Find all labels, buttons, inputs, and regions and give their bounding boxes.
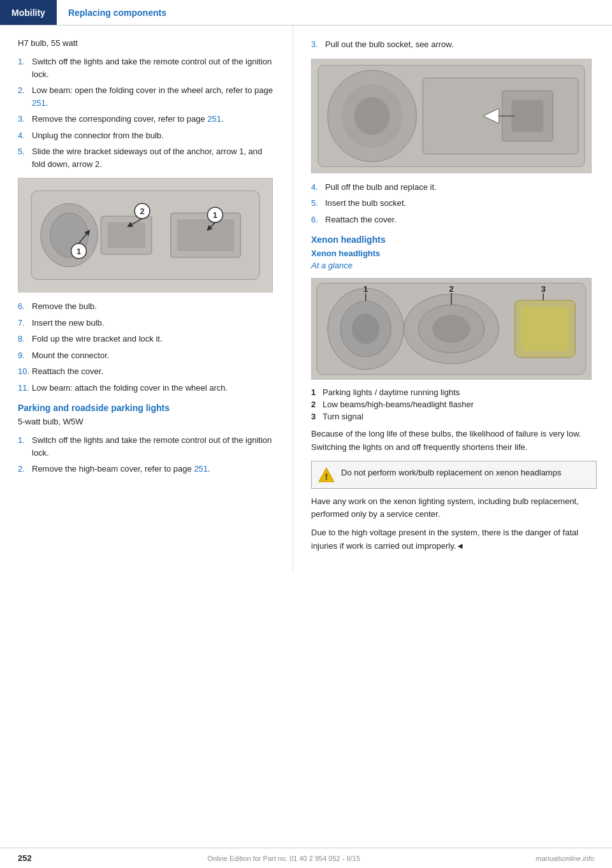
- xenon-body2: Have any work on the xenon lighting syst…: [311, 495, 597, 522]
- step-text: Pull off the bulb and replace it.: [325, 181, 597, 194]
- step-num: 5.: [18, 145, 32, 170]
- glance-text: Parking lights / daytime running lights: [323, 387, 460, 397]
- svg-rect-36: [521, 307, 569, 351]
- warning-box: ! Do not perform work/bulb replacement o…: [311, 461, 597, 489]
- bulb-socket-svg: [312, 59, 591, 173]
- svg-rect-5: [107, 222, 145, 248]
- svg-text:2: 2: [449, 284, 453, 294]
- step-num: 6.: [18, 300, 32, 313]
- footer: 252 Online Edition for Part no. 01 40 2 …: [0, 848, 612, 868]
- right-steps-top: 3. Pull out the bulb socket, see arrow.: [311, 38, 597, 51]
- step-num: 1.: [18, 434, 32, 459]
- page-link[interactable]: 251: [207, 114, 221, 124]
- list-item: 1. Switch off the lights and take the re…: [18, 434, 277, 459]
- headlight-svg-left: 1 1 2: [18, 178, 272, 293]
- step-num: 3.: [18, 113, 32, 126]
- bulb-socket-diagram: [311, 59, 592, 173]
- step-text: Mount the connector.: [32, 349, 277, 362]
- svg-rect-7: [177, 219, 235, 251]
- list-item: 7. Insert the new bulb.: [18, 317, 277, 329]
- list-item: 3. Remove the corresponding cover, refer…: [18, 113, 277, 126]
- step-num: 3.: [311, 38, 325, 51]
- page-link[interactable]: 251: [194, 464, 208, 474]
- svg-text:1: 1: [363, 284, 368, 294]
- step-text: Slide the wire bracket sideways out of t…: [32, 145, 277, 170]
- svg-text:3: 3: [541, 284, 546, 294]
- step-num: 11.: [18, 382, 32, 394]
- glance-item: 2 Low beams/high-beams/headlight flasher: [311, 400, 597, 409]
- glance-num: 3: [311, 412, 323, 421]
- glance-text: Turn signal: [323, 412, 363, 421]
- header-mobility-label: Mobility: [0, 0, 57, 25]
- svg-text:1: 1: [213, 210, 217, 220]
- step-text: Reattach the cover.: [325, 213, 597, 226]
- step-text: Low beam: attach the folding cover in th…: [32, 382, 277, 394]
- step-num: 9.: [18, 349, 32, 362]
- step-text: Insert the new bulb.: [32, 317, 277, 329]
- warning-icon: !: [318, 467, 335, 483]
- warning-text: Do not perform work/bulb replacement on …: [341, 467, 561, 479]
- glance-item: 1 Parking lights / daytime running light…: [311, 387, 597, 397]
- parking-steps-list: 1. Switch off the lights and take the re…: [18, 434, 277, 475]
- list-item: 5. Insert the bulb socket.: [311, 197, 597, 210]
- steps-list-2: 6. Remove the bulb. 7. Insert the new bu…: [18, 300, 277, 394]
- right-steps-mid: 4. Pull off the bulb and replace it. 5. …: [311, 181, 597, 226]
- step-text: Reattach the cover.: [32, 365, 277, 378]
- left-column: H7 bulb, 55 watt 1. Switch off the light…: [0, 25, 293, 571]
- step-text: Switch off the lights and take the remot…: [32, 434, 277, 459]
- list-item: 10. Reattach the cover.: [18, 365, 277, 378]
- step-text: Fold up the wire bracket and lock it.: [32, 333, 277, 345]
- step-text: Remove the high-beam cover, refer to pag…: [32, 463, 277, 475]
- step-text: Remove the bulb.: [32, 300, 277, 313]
- step-num: 8.: [18, 333, 32, 345]
- xenon-body1: Because of the long life of these bulbs,…: [311, 428, 597, 454]
- at-glance-label: At a glance: [311, 261, 597, 270]
- list-item: 11. Low beam: attach the folding cover i…: [18, 382, 277, 394]
- step-num: 4.: [311, 181, 325, 194]
- xenon-svg: 1 2 3: [312, 278, 591, 380]
- step-num: 2.: [18, 463, 32, 475]
- list-item: 5. Slide the wire bracket sideways out o…: [18, 145, 277, 170]
- step-num: 10.: [18, 365, 32, 378]
- glance-num: 2: [311, 400, 323, 409]
- steps-list-1: 1. Switch off the lights and take the re…: [18, 55, 277, 170]
- list-item: 3. Pull out the bulb socket, see arrow.: [311, 38, 597, 51]
- parking-bulb-label: 5-watt bulb, W5W: [18, 417, 277, 426]
- step-text: Pull out the bulb socket, see arrow.: [325, 38, 597, 51]
- footer-brand: manualsonline.info: [536, 855, 594, 862]
- step-num: 5.: [311, 197, 325, 210]
- list-item: 4. Unplug the connector from the bulb.: [18, 129, 277, 142]
- step-num: 4.: [18, 129, 32, 142]
- step-text: Remove the corresponding cover, refer to…: [32, 113, 277, 126]
- svg-point-21: [354, 97, 390, 135]
- xenon-body3: Due to the high voltage present in the s…: [311, 526, 597, 553]
- h7-label: H7 bulb, 55 watt: [18, 38, 277, 48]
- step-text: Insert the bulb socket.: [325, 197, 597, 210]
- list-item: 1. Switch off the lights and take the re…: [18, 55, 277, 80]
- svg-point-34: [432, 315, 470, 343]
- step-text: Switch off the lights and take the remot…: [32, 55, 277, 80]
- list-item: 2. Low beam: open the folding cover in t…: [18, 84, 277, 109]
- glance-num: 1: [311, 387, 323, 397]
- list-item: 4. Pull off the bulb and replace it.: [311, 181, 597, 194]
- parking-heading: Parking and roadside parking lights: [18, 403, 277, 413]
- xenon-heading: Xenon headlights: [311, 235, 597, 245]
- step-text: Unplug the connector from the bulb.: [32, 129, 277, 142]
- page-link[interactable]: 251: [32, 98, 46, 108]
- step-text: Low beam: open the folding cover in the …: [32, 84, 277, 109]
- glance-item: 3 Turn signal: [311, 412, 597, 421]
- step-num: 1.: [18, 55, 32, 80]
- main-content: H7 bulb, 55 watt 1. Switch off the light…: [0, 25, 612, 571]
- svg-rect-24: [512, 100, 544, 132]
- right-column: 3. Pull out the bulb socket, see arrow.: [293, 25, 612, 571]
- svg-text:!: !: [325, 472, 328, 482]
- svg-text:2: 2: [140, 206, 144, 216]
- glance-items-list: 1 Parking lights / daytime running light…: [311, 387, 597, 421]
- step-num: 6.: [311, 213, 325, 226]
- svg-text:1: 1: [76, 247, 81, 256]
- list-item: 6. Remove the bulb.: [18, 300, 277, 313]
- glance-text: Low beams/high-beams/headlight flasher: [323, 400, 474, 409]
- footer-info: Online Edition for Part no. 01 40 2 954 …: [207, 855, 360, 862]
- svg-point-31: [352, 314, 380, 344]
- xenon-sub-heading: Xenon headlights: [311, 249, 597, 258]
